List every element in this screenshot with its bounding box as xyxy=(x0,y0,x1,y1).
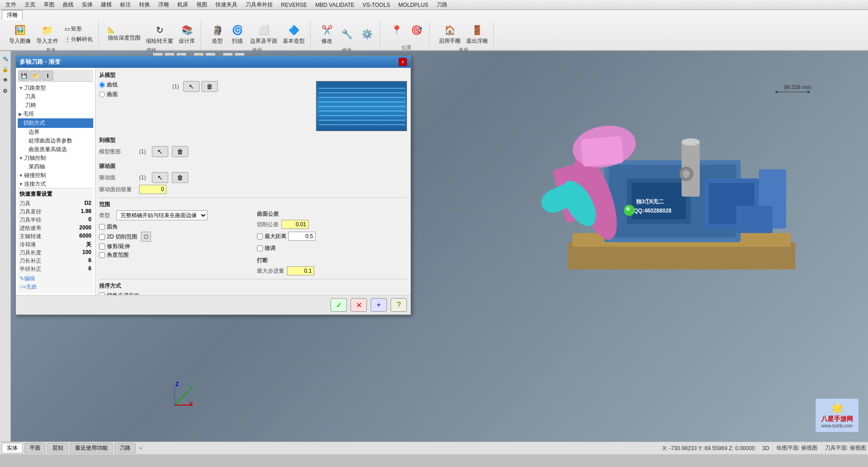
menu-item-toolpath[interactable]: 刀路 xyxy=(433,0,451,10)
tree-item-connect[interactable]: ▼ 连接方式 xyxy=(18,180,93,188)
sidebar-toolpath-icon[interactable]: 🔩 xyxy=(1,54,10,63)
radio-curve[interactable]: 曲线 xyxy=(99,81,118,89)
sidebar-eye-icon[interactable]: 👁 xyxy=(1,76,10,85)
menu-item-machine[interactable]: 机床 xyxy=(174,0,192,10)
viewport[interactable]: ↻ ✋ 🔍 💡 ⬡ ↩ ↪ xyxy=(11,51,868,442)
ribbon-group-surface: 🗿 造型 🌀 扫描 ⬜ 边界及平面 🔷 基本造型 曲面 xyxy=(205,21,311,52)
ribbon-btn-modify3[interactable]: ⚙️ xyxy=(358,26,376,42)
ribbon-btn-boundary[interactable]: ⬜ 边界及平面 xyxy=(248,22,279,46)
cb-circle[interactable]: 圆角 xyxy=(99,223,250,231)
menu-item-sketch[interactable]: 草图 xyxy=(40,0,58,10)
menu-item-tool-plugin[interactable]: 刀具单外挂 xyxy=(242,0,276,10)
ribbon-btn-modify1[interactable]: ✂️ 修改 xyxy=(318,22,336,46)
ribbon-btn-import-img[interactable]: 🖼️ 导入图像 xyxy=(7,22,33,46)
sidebar-lock-icon[interactable]: 🔒 xyxy=(1,65,10,74)
ribbon-group-modify: ✂️ 修改 🔧 ⚙️ 修改 xyxy=(314,21,380,52)
menu-item-solid[interactable]: 实体 xyxy=(78,0,96,10)
qs-link-edit[interactable]: ✎编辑 xyxy=(20,275,91,283)
cut2d-btn[interactable]: ⬡ xyxy=(141,232,151,242)
cb-angle[interactable]: 角度范围 xyxy=(99,251,250,259)
menu-item-view[interactable]: 视图 xyxy=(193,0,211,10)
max-step-input[interactable] xyxy=(287,266,314,275)
menu-item-clamp[interactable]: 快速夹具 xyxy=(212,0,241,10)
bottom-tab-solid[interactable]: 实体 xyxy=(2,443,23,453)
cancel-button[interactable]: ✕ xyxy=(351,298,367,312)
menu-item-home[interactable]: 主页 xyxy=(21,0,39,10)
cb-trim[interactable]: 修剪/延伸 xyxy=(99,243,250,250)
ribbon-btn-rotate[interactable]: ↻ 缩绘转天窗 xyxy=(144,22,175,46)
from-model-clear-btn[interactable]: 🗑 xyxy=(201,81,218,92)
ribbon-btn-basic-type[interactable]: 🔷 基本造型 xyxy=(281,22,306,46)
tree-toolbar-load[interactable]: 📂 xyxy=(30,71,41,81)
bottom-tab-plane[interactable]: 平面 xyxy=(25,443,45,453)
cb-fine-tune[interactable]: 微调 xyxy=(257,244,407,252)
ribbon-btn-pos1[interactable]: 📍 xyxy=(387,22,406,38)
menu-item-emboss[interactable]: 浮雕 xyxy=(155,0,173,10)
add-button[interactable]: + xyxy=(371,298,387,312)
tree-item-4th-axis[interactable]: 第四轴 xyxy=(18,162,93,171)
tree-item-toolpath-type[interactable]: ▼ 刀路类型 xyxy=(18,84,93,92)
drive-select-btn[interactable]: ↖ xyxy=(152,172,168,183)
tree-item-process-boundary[interactable]: 处理曲面边界参数 xyxy=(18,137,93,145)
menu-item-reverse[interactable]: REVERSE xyxy=(277,1,311,9)
radio-surface[interactable]: 曲面 xyxy=(99,91,118,98)
ribbon-btn-modify2[interactable]: 🔧 xyxy=(338,26,356,42)
help-button[interactable]: ? xyxy=(391,298,407,312)
cb-step-dir[interactable]: 切换步进方向 xyxy=(99,292,407,295)
tree-toolbar-info[interactable]: ℹ xyxy=(42,71,53,81)
tree-item-boundary[interactable]: 边界 xyxy=(18,128,93,137)
drive-offset-input[interactable] xyxy=(139,185,166,194)
dialog-body: 💾 📂 ℹ ▼ 刀路类型 刀 xyxy=(16,68,411,295)
svg-text:X: X xyxy=(189,401,193,407)
ribbon-btn-import-file[interactable]: 📁 导入文件 xyxy=(35,22,60,46)
svg-text:98.538 mm: 98.538 mm xyxy=(784,84,811,91)
menu-item-file[interactable]: 文件 xyxy=(2,0,20,10)
ribbon-btn-sweep[interactable]: 🌀 扫描 xyxy=(228,22,246,46)
max-dist-input[interactable] xyxy=(288,232,316,241)
dialog-close-button[interactable]: × xyxy=(399,58,407,66)
order-section: 排序方式 切换步进方向 切削方向 双向 单向 xyxy=(99,279,407,295)
menu-item-vstools[interactable]: VS-TOOLS xyxy=(359,1,394,9)
menu-item-moldplus[interactable]: MOLDPLUS xyxy=(395,1,432,9)
ribbon-btn-pos2[interactable]: 🎯 xyxy=(407,22,426,38)
multiaxis-dialog[interactable]: 多轴刀路 - 渐变 × 💾 📂 ℹ xyxy=(15,56,411,315)
cut-tol-input[interactable] xyxy=(281,220,309,229)
ribbon-btn-model[interactable]: 🗿 造型 xyxy=(208,22,226,46)
menu-item-model[interactable]: 建模 xyxy=(97,0,115,10)
to-model-clear-btn[interactable]: 🗑 xyxy=(172,146,188,157)
from-model-select-btn[interactable]: ↖ xyxy=(183,81,200,92)
bottom-tab-toolpath[interactable]: 刀路 xyxy=(115,443,135,453)
tree-item-holder[interactable]: 刀柄 xyxy=(18,101,93,110)
drive-clear-btn[interactable]: 🗑 xyxy=(172,172,188,183)
type-dropdown[interactable]: 完整精确开始与结束在曲面边缘 xyxy=(116,210,207,220)
ribbon-tab-emboss[interactable]: 浮雕 xyxy=(2,10,23,20)
ribbon-btn-gen2[interactable]: 🚪 退出浮雕 xyxy=(464,22,490,46)
menu-item-mbd[interactable]: MBD VALIDATE xyxy=(311,1,358,9)
bottom-tab-recent[interactable]: 最近使用功能 xyxy=(70,443,113,453)
ribbon-btn-depth[interactable]: 📐 描绘深度范围 xyxy=(106,25,142,43)
ribbon-btn-library[interactable]: 📚 设计库 xyxy=(177,22,197,46)
bottom-tab-layer[interactable]: 层别 xyxy=(47,443,68,453)
tree-toolbar-save[interactable]: 💾 xyxy=(19,71,30,81)
to-model-select-btn[interactable]: ↖ xyxy=(152,146,168,157)
ribbon-btn-rect[interactable]: ▭ 矩形 xyxy=(62,24,95,34)
cb-max-dist[interactable]: 最大距离 xyxy=(257,232,407,241)
tree-item-surface-quality[interactable]: 曲面质量高级选 xyxy=(18,145,93,154)
menu-item-transform[interactable]: 转换 xyxy=(135,0,154,10)
tree-item-axis-ctrl[interactable]: ▼ 刀轴控制 xyxy=(18,154,93,162)
cb-cut2d[interactable]: 2D 切削范围 xyxy=(99,233,137,241)
to-model-label: 到模型 xyxy=(99,137,407,144)
tree-item-collision[interactable]: ▼ 碰撞控制 xyxy=(18,171,93,180)
ribbon-tabs: 浮雕 xyxy=(0,10,868,20)
menu-item-curve[interactable]: 曲线 xyxy=(59,0,77,10)
add-tab-btn[interactable]: + xyxy=(139,445,142,452)
sidebar-settings-icon[interactable]: ⚙ xyxy=(1,86,10,96)
ribbon-btn-gen1[interactable]: 🏠 启用手圈 xyxy=(437,22,462,46)
tree-item-stock[interactable]: ▶ 毛坯 xyxy=(18,110,93,118)
tree-item-cut-method[interactable]: 切削方式 xyxy=(18,118,93,128)
ok-button[interactable]: ✓ xyxy=(331,298,347,312)
qs-link-disable[interactable]: ○=无效 xyxy=(20,283,91,291)
menu-item-dim[interactable]: 标注 xyxy=(116,0,135,10)
ribbon-btn-split[interactable]: ⋮ 分解碎化 xyxy=(62,35,95,44)
tree-item-tool[interactable]: 刀具 xyxy=(18,92,93,101)
